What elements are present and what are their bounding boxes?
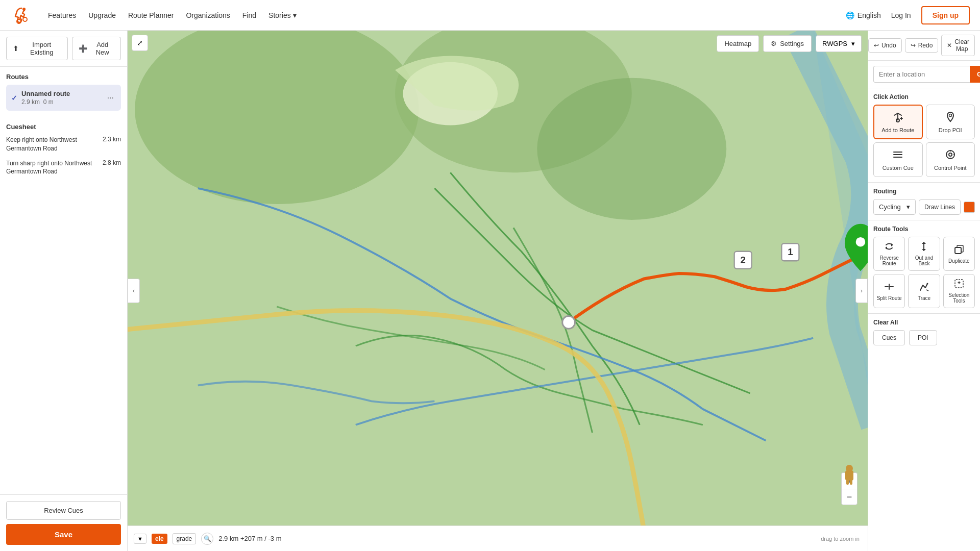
cue-dist-2: 2.8 km bbox=[103, 159, 121, 177]
review-cues-button[interactable]: Review Cues bbox=[6, 501, 121, 520]
streetview-pegman[interactable] bbox=[841, 464, 857, 485]
nav-right: 🌐 English Log In Sign up bbox=[846, 6, 970, 24]
zoom-out-button[interactable]: − bbox=[841, 489, 857, 505]
nav-upgrade[interactable]: Upgrade bbox=[88, 11, 116, 19]
settings-button[interactable]: ⚙ Settings bbox=[763, 35, 812, 52]
click-action-title: Click Action bbox=[873, 93, 975, 101]
nav-find[interactable]: Find bbox=[242, 11, 256, 19]
reverse-route-button[interactable]: Reverse Route bbox=[873, 237, 905, 271]
cue-item-2: Turn sharp right onto Northwest Germanto… bbox=[6, 159, 121, 177]
cue-dist-1: 2.3 km bbox=[103, 136, 121, 153]
route-item[interactable]: ✓ Unnamed route 2.9 km 0 m ··· bbox=[6, 85, 121, 111]
route-more-button[interactable]: ··· bbox=[105, 92, 116, 104]
clear-all-row: Cues POI bbox=[873, 330, 975, 345]
elevation-zoom-button[interactable]: 🔍 bbox=[201, 533, 213, 545]
map-background bbox=[128, 31, 868, 551]
map-toolbar: Heatmap ⚙ Settings RWGPS ▾ bbox=[128, 31, 868, 56]
svg-line-40 bbox=[926, 290, 928, 291]
globe-icon: 🌐 bbox=[846, 11, 854, 19]
nav-stories[interactable]: Stories ▾ bbox=[268, 11, 297, 19]
route-name: Unnamed route bbox=[21, 90, 101, 97]
settings-icon: ⚙ bbox=[771, 40, 777, 47]
control-point-icon bbox=[945, 149, 956, 163]
map-container[interactable]: 1 2 Heatmap ⚙ Settings RWGPS ▾ ⤢ ‹ › bbox=[128, 31, 868, 551]
heatmap-button[interactable]: Heatmap bbox=[717, 35, 759, 52]
drop-poi-icon bbox=[945, 111, 956, 125]
drop-poi-button[interactable]: Drop POI bbox=[926, 105, 975, 139]
nav-features[interactable]: Features bbox=[48, 11, 76, 19]
route-checkmark: ✓ bbox=[11, 94, 17, 102]
cue-text-1: Keep right onto Northwest Germantown Roa… bbox=[6, 136, 99, 153]
elevation-stats: 2.9 km +207 m / -3 m bbox=[218, 535, 281, 542]
custom-cue-button[interactable]: Custom Cue bbox=[873, 142, 923, 177]
fullscreen-button[interactable]: ⤢ bbox=[132, 35, 148, 51]
map-nav-left[interactable]: ‹ bbox=[128, 279, 140, 303]
add-new-button[interactable]: ➕ Add New bbox=[72, 37, 121, 60]
route-tools-section: Route Tools Reverse Route bbox=[868, 220, 980, 314]
click-action-section: Click Action Add to Route bbox=[868, 88, 980, 183]
control-point-button[interactable]: Control Point bbox=[926, 142, 975, 177]
svg-rect-18 bbox=[850, 480, 852, 485]
clear-map-button[interactable]: ✕ Clear Map bbox=[941, 35, 975, 56]
import-icon: ⬆ bbox=[13, 44, 19, 53]
map-nav-right[interactable]: › bbox=[855, 279, 868, 303]
duplicate-icon bbox=[954, 244, 964, 257]
routing-mode-select[interactable]: Cycling ▾ bbox=[873, 199, 916, 215]
draw-lines-button[interactable]: Draw Lines bbox=[919, 199, 961, 215]
language-selector[interactable]: 🌐 English bbox=[846, 11, 881, 19]
location-go-button[interactable]: Go bbox=[970, 66, 980, 83]
svg-point-16 bbox=[846, 465, 853, 472]
nav-organizations[interactable]: Organizations bbox=[186, 11, 230, 19]
cuesheet-section: Cuesheet Keep right onto Northwest Germa… bbox=[0, 117, 127, 494]
svg-marker-34 bbox=[922, 249, 926, 251]
signup-button[interactable]: Sign up bbox=[921, 6, 970, 24]
route-color-swatch[interactable] bbox=[964, 202, 975, 213]
elevation-collapse-button[interactable]: ▼ bbox=[134, 534, 146, 544]
undo-button[interactable]: ↩ Undo bbox=[868, 38, 902, 53]
selection-tools-button[interactable]: Selection Tools bbox=[943, 274, 975, 308]
location-search: Go bbox=[868, 61, 980, 88]
app-logo[interactable] bbox=[10, 4, 33, 27]
route-tools-grid: Reverse Route Out and Back bbox=[873, 237, 975, 308]
trace-button[interactable]: Trace bbox=[908, 274, 940, 308]
redo-button[interactable]: ↪ Redo bbox=[905, 38, 939, 53]
svg-marker-30 bbox=[891, 243, 893, 246]
clear-all-section: Clear All Cues POI bbox=[868, 314, 980, 350]
import-existing-button[interactable]: ⬆ Import Existing bbox=[6, 37, 68, 60]
out-back-icon bbox=[919, 241, 929, 254]
routing-row: Cycling ▾ Draw Lines bbox=[873, 199, 975, 215]
action-grid: Add to Route Drop POI bbox=[873, 105, 975, 177]
save-button[interactable]: Save bbox=[6, 524, 121, 545]
chevron-down-icon: ▾ bbox=[906, 203, 910, 211]
cuesheet-title: Cuesheet bbox=[6, 123, 121, 131]
ele-badge[interactable]: ele bbox=[152, 534, 167, 544]
top-navigation: Features Upgrade Route Planner Organizat… bbox=[0, 0, 980, 31]
out-and-back-button[interactable]: Out and Back bbox=[908, 237, 940, 271]
rwgps-selector[interactable]: RWGPS ▾ bbox=[816, 35, 862, 52]
clear-poi-button[interactable]: POI bbox=[909, 330, 937, 345]
routes-title: Routes bbox=[6, 73, 121, 81]
undo-icon: ↩ bbox=[874, 42, 879, 49]
location-input[interactable] bbox=[873, 66, 970, 83]
trace-icon bbox=[919, 282, 929, 294]
duplicate-button[interactable]: Duplicate bbox=[943, 237, 975, 271]
cue-text-2: Turn sharp right onto Northwest Germanto… bbox=[6, 159, 99, 177]
clear-all-title: Clear All bbox=[873, 319, 975, 326]
svg-point-25 bbox=[949, 153, 952, 156]
nav-links: Features Upgrade Route Planner Organizat… bbox=[48, 11, 297, 19]
selection-icon bbox=[954, 279, 964, 291]
panel-toolbar: ↩ Undo ↪ Redo ✕ Clear Map bbox=[868, 31, 980, 61]
svg-rect-35 bbox=[955, 247, 961, 254]
svg-point-39 bbox=[927, 283, 928, 284]
split-route-button[interactable]: Split Route bbox=[873, 274, 905, 308]
add-to-route-button[interactable]: Add to Route bbox=[873, 105, 923, 139]
login-button[interactable]: Log In bbox=[891, 11, 911, 19]
clear-cues-button[interactable]: Cues bbox=[873, 330, 905, 345]
sidebar-toolbar: ⬆ Import Existing ➕ Add New bbox=[0, 31, 127, 67]
add-to-route-icon bbox=[892, 111, 903, 125]
route-info: Unnamed route 2.9 km 0 m bbox=[21, 90, 101, 106]
nav-route-planner[interactable]: Route Planner bbox=[128, 11, 174, 19]
grade-badge[interactable]: grade bbox=[173, 533, 197, 544]
drag-zoom-hint: drag to zoom in bbox=[821, 536, 860, 542]
add-icon: ➕ bbox=[79, 44, 87, 53]
